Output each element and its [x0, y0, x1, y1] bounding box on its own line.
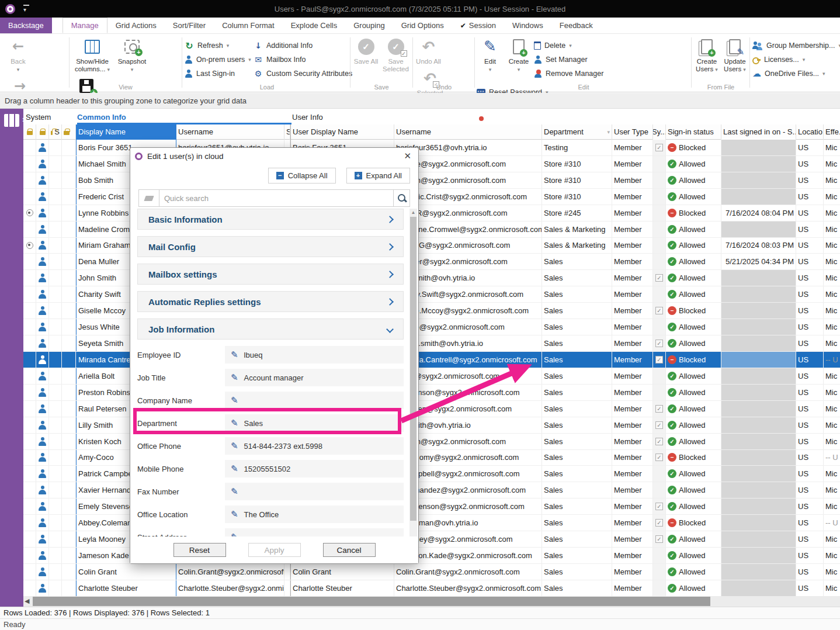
system-cell[interactable]: [62, 515, 76, 531]
grid-tool-icon[interactable]: [4, 114, 19, 127]
sync-checkbox-cell[interactable]: ✓: [653, 335, 666, 351]
system-cell[interactable]: [49, 270, 62, 286]
expand-all-button[interactable]: +Expand All: [346, 168, 410, 184]
user-icon-cell[interactable]: [36, 172, 49, 188]
clear-search-button[interactable]: [138, 189, 159, 207]
effective-cell[interactable]: Mic: [824, 417, 840, 433]
sync-checkbox-cell[interactable]: ✓: [653, 499, 666, 514]
create-button[interactable]: + Create▾: [505, 37, 533, 73]
last-signed-in-cell[interactable]: [721, 531, 796, 547]
location-cell[interactable]: US: [796, 189, 824, 205]
system-cell[interactable]: [62, 352, 76, 368]
user-icon-cell[interactable]: [36, 434, 49, 449]
system-cell[interactable]: [49, 254, 62, 269]
table-row[interactable]: Colin GrantColin.Grant@sygx2.onmicrosoft…: [23, 564, 840, 580]
signin-status-cell[interactable]: ✓Allowed: [666, 482, 721, 498]
undo-all-button[interactable]: ↶ Undo All: [415, 37, 442, 65]
effective-cell[interactable]: Mic: [824, 286, 840, 302]
section-header-mailbox-settings[interactable]: Mailbox settings: [137, 264, 404, 285]
effective-cell[interactable]: Mic: [824, 303, 840, 319]
scroll-up-icon[interactable]: ▲: [409, 210, 417, 215]
sync-indicator-cell[interactable]: [23, 401, 36, 417]
system-cell[interactable]: [62, 254, 76, 269]
user-type-cell[interactable]: Member: [612, 172, 653, 188]
user-type-cell[interactable]: Member: [612, 286, 653, 302]
checkbox-checked-icon[interactable]: ✓: [655, 503, 663, 510]
sync-checkbox-cell[interactable]: [653, 189, 666, 205]
user-type-cell[interactable]: Member: [612, 254, 653, 269]
user-username-cell[interactable]: Charlotte.Steuber@sygx2.onmicrosoft.com: [394, 580, 542, 596]
system-cell[interactable]: [62, 189, 76, 205]
tab-grid-options[interactable]: Grid Options: [393, 18, 452, 33]
user-icon-cell[interactable]: [36, 417, 49, 433]
location-cell[interactable]: US: [796, 368, 824, 384]
system-cell[interactable]: [49, 417, 62, 433]
tab-backstage[interactable]: Backstage: [0, 18, 52, 33]
sync-indicator-cell[interactable]: [23, 238, 36, 254]
s-cell[interactable]: [284, 580, 290, 596]
collapse-all-button[interactable]: −Collapse All: [268, 168, 336, 184]
effective-cell[interactable]: Mic: [824, 531, 840, 547]
effective-cell[interactable]: -- U: [824, 450, 840, 466]
sync-checkbox-cell[interactable]: [653, 564, 666, 580]
location-cell[interactable]: US: [796, 238, 824, 254]
last-signed-in-cell[interactable]: [721, 189, 796, 205]
dialog-scrollbar[interactable]: ▲ ▼: [409, 209, 417, 552]
sync-checkbox-cell[interactable]: [653, 205, 666, 221]
department-cell[interactable]: Sales: [542, 286, 612, 302]
quick-search-input[interactable]: [159, 189, 394, 207]
user-display-name-cell[interactable]: Colin Grant: [290, 564, 394, 580]
system-cell[interactable]: [49, 515, 62, 531]
signin-status-cell[interactable]: –Blocked: [666, 303, 721, 319]
sync-checkbox-cell[interactable]: ✓: [653, 417, 666, 433]
user-type-cell[interactable]: Member: [612, 189, 653, 205]
effective-cell[interactable]: Mic: [824, 270, 840, 286]
user-type-cell[interactable]: Member: [612, 319, 653, 335]
last-signed-in-cell[interactable]: 7/16/2024 08:04 PM: [721, 205, 796, 221]
effective-cell[interactable]: Mic: [824, 499, 840, 514]
sync-checkbox-cell[interactable]: ✓: [653, 531, 666, 547]
signin-status-cell[interactable]: –Blocked: [666, 515, 721, 531]
location-cell[interactable]: US: [796, 482, 824, 498]
system-cell[interactable]: [49, 499, 62, 514]
save-selected-button[interactable]: ✓✓ Save Selected: [382, 37, 409, 73]
sync-checkbox-cell[interactable]: [653, 172, 666, 188]
sync-indicator-cell[interactable]: [23, 531, 36, 547]
user-type-cell[interactable]: Member: [612, 434, 653, 449]
system-cell[interactable]: [62, 303, 76, 319]
department-cell[interactable]: Sales: [542, 335, 612, 351]
scroll-left-arrow-icon[interactable]: ◀: [25, 597, 29, 605]
signin-status-cell[interactable]: ✓Allowed: [666, 368, 721, 384]
signin-status-cell[interactable]: –Blocked: [666, 352, 721, 368]
refresh-button[interactable]: ↻Refresh ▾: [185, 39, 254, 53]
user-icon-cell[interactable]: [36, 156, 49, 172]
signin-status-cell[interactable]: ✓Allowed: [666, 531, 721, 547]
last-signed-in-cell[interactable]: [721, 303, 796, 319]
department-cell[interactable]: Sales: [542, 303, 612, 319]
system-cell[interactable]: [49, 238, 62, 254]
last-signed-in-cell[interactable]: [721, 580, 796, 596]
last-signin-button[interactable]: Last Sign-in: [185, 67, 254, 81]
department-cell[interactable]: Sales: [542, 417, 612, 433]
location-cell[interactable]: US: [796, 335, 824, 351]
location-cell[interactable]: US: [796, 417, 824, 433]
user-type-cell[interactable]: Member: [612, 531, 653, 547]
system-cell[interactable]: [49, 352, 62, 368]
effective-cell[interactable]: Mic: [824, 548, 840, 563]
system-cell[interactable]: [62, 434, 76, 449]
location-cell[interactable]: US: [796, 254, 824, 269]
system-cell[interactable]: [49, 450, 62, 466]
onprem-users-button[interactable]: On-prem users ▾: [185, 53, 254, 67]
sync-indicator-cell[interactable]: [23, 303, 36, 319]
last-signed-in-cell[interactable]: [721, 286, 796, 302]
delete-button[interactable]: Delete ▾: [534, 39, 608, 53]
sync-indicator-cell[interactable]: [23, 221, 36, 237]
user-icon-cell[interactable]: [36, 499, 49, 514]
location-cell[interactable]: US: [796, 580, 824, 596]
user-username-cell[interactable]: Colin.Grant@sygx2.onmicrosoft.com: [394, 564, 542, 580]
location-cell[interactable]: US: [796, 385, 824, 400]
sync-indicator-cell[interactable]: [23, 548, 36, 563]
column-header-lock-4[interactable]: [62, 124, 76, 140]
dialog-close-icon[interactable]: ✕: [401, 151, 414, 161]
signin-status-cell[interactable]: ✓Allowed: [666, 172, 721, 188]
